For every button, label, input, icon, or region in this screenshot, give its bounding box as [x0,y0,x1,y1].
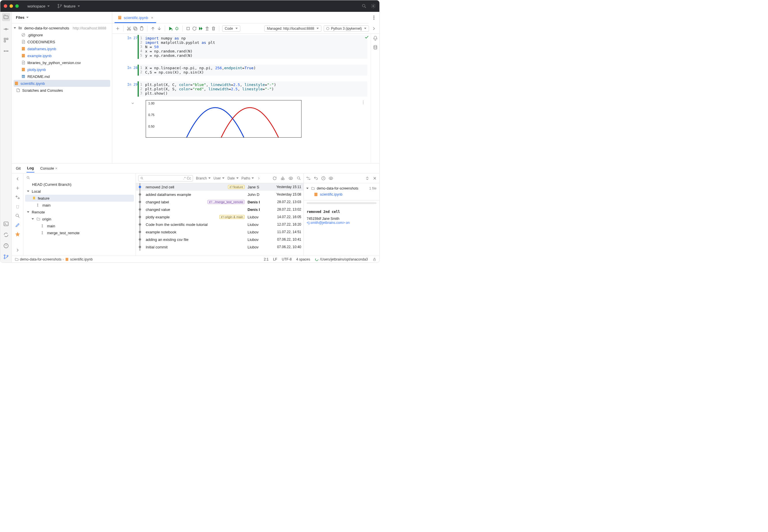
eye-icon[interactable] [329,176,333,181]
breadcrumb[interactable]: demo-data-for-screenshots › scientific.i… [15,257,93,261]
scratches-node[interactable]: Scratches and Consoles [12,87,112,94]
file-row[interactable]: MDREADME.md [12,73,112,80]
file-row[interactable]: CODEOWNERS [12,38,112,45]
code-cell[interactable]: In 271import numpy as np2import matplotl… [112,34,371,60]
delete-icon[interactable] [15,204,20,209]
commit-icon[interactable] [3,26,9,32]
scrollbar[interactable] [307,202,376,204]
paste-icon[interactable] [139,26,144,31]
debug-cell-icon[interactable] [174,26,179,31]
cherry-pick-icon[interactable] [280,176,285,181]
collapse-icon[interactable] [15,176,20,181]
expand-icon[interactable] [365,176,370,181]
commit-row[interactable]: plotly example🏷 origin & mainLiubov14.07… [136,213,304,221]
commit-row[interactable]: example notebookLiubov11.07.22, 14:51 [136,228,304,236]
search-icon[interactable] [361,3,367,9]
clear-outputs-icon[interactable] [205,26,210,31]
more-vertical-icon[interactable] [361,100,366,105]
branch-selector[interactable]: feature [55,2,82,10]
cursor-position[interactable]: 2:1 [264,257,269,261]
project-tree[interactable]: demo-data-for-screenshots http://localho… [12,23,112,163]
chevron-down-icon[interactable] [26,17,29,18]
edit-icon[interactable] [15,222,20,228]
revert-icon[interactable] [314,176,318,181]
close-icon[interactable]: × [151,16,153,20]
filter-paths[interactable]: Paths [241,176,254,180]
chevron-right-icon[interactable] [371,26,376,31]
line-separator[interactable]: LF [273,257,277,261]
diff-icon[interactable] [15,195,20,200]
cut-icon[interactable] [126,26,132,31]
file-row[interactable]: scientific.ipynb [14,80,110,87]
more-icon[interactable] [3,48,9,54]
swap-icon[interactable] [306,176,311,181]
commit-row[interactable]: Initial commitLiubov07.06.22, 10:40 [136,243,304,251]
move-down-icon[interactable] [157,26,162,31]
kernel-selector[interactable]: Python 3 (ipykernel) [324,25,369,32]
history-icon[interactable] [321,176,326,181]
more-vertical-icon[interactable] [371,15,376,20]
inspection-ok-icon[interactable] [364,35,369,40]
commit-row[interactable]: changed label🏷 ../merge_test_remoteDenis… [136,198,304,206]
commit-row[interactable]: removed 2nd cell🏷 featureJane SYesterday… [136,183,304,191]
tab-git[interactable]: Git [15,164,21,172]
editor-tab-active[interactable]: scientific.ipynb × [115,13,156,23]
file-row[interactable]: libraries_by_python_version.csv [12,59,112,66]
filter-date[interactable]: Date [227,176,238,180]
gear-icon[interactable] [371,3,376,9]
regex-label[interactable]: .* [183,176,186,180]
commit-row[interactable]: Code from the scientific mode tutorialLi… [136,221,304,228]
chevron-down-icon[interactable] [131,101,135,105]
commit-row[interactable]: changed valueDenis I28.07.22, 13:02 [136,206,304,213]
indent[interactable]: 4 spaces [296,257,310,261]
stop-icon[interactable] [186,26,191,31]
cell-type-selector[interactable]: Code [222,25,240,32]
remote-group[interactable]: Remote [23,209,136,216]
find-icon[interactable] [297,176,301,181]
workspace-selector[interactable]: workspace [25,3,52,10]
project-tool-button[interactable] [2,13,10,21]
problems-icon[interactable] [3,243,9,249]
origin-group[interactable]: origin [23,216,136,222]
commit-row[interactable]: added dataframes exampleJohn DYesterday … [136,191,304,198]
filter-user[interactable]: User [213,176,224,180]
file-row[interactable]: example.ipynb [12,52,112,59]
filter-branch[interactable]: Branch [196,176,211,180]
vcs-icon[interactable] [3,254,9,260]
tab-console[interactable]: Console× [40,164,58,172]
branch-row[interactable]: feature [25,195,134,202]
close-window-button[interactable] [4,4,7,8]
tab-log[interactable]: Log [27,164,35,173]
find-icon[interactable] [15,213,20,218]
interpreter[interactable]: /Users/jetbrains/opt/anaconda3 [315,257,368,261]
add-cell-icon[interactable] [115,26,120,31]
code-cell[interactable]: In 281X = np.linspace(-np.pi, np.pi, 256… [112,63,371,77]
add-icon[interactable] [15,186,20,191]
branch-row[interactable]: main [23,222,136,229]
restart-icon[interactable] [192,26,197,31]
file-row[interactable]: plotly.ipynb [12,66,112,73]
code-cell[interactable]: In 291plt.plot(X, C, color="blue", linew… [112,80,371,98]
chevron-down-icon[interactable] [14,27,16,29]
file-row[interactable]: dataframes.ipynb [12,45,112,52]
database-icon[interactable] [373,45,378,50]
move-up-icon[interactable] [150,26,156,31]
match-case-label[interactable]: Cc [187,176,191,180]
commit-search-input[interactable]: .* Cc [138,175,193,181]
run-cell-icon[interactable]: I [168,26,173,31]
minimize-window-button[interactable] [10,4,13,8]
server-selector[interactable]: Managed: http://localhost:8888 [264,25,321,32]
branches-panel[interactable]: HEAD (Current Branch) Local feature [23,173,136,256]
notebook-body[interactable]: In 271import numpy as np2import matplotl… [112,34,371,163]
file-row[interactable]: .gitignore [12,31,112,38]
eye-icon[interactable] [289,176,293,181]
branch-row[interactable]: merge_test_remote [23,229,136,236]
commits-list[interactable]: removed 2nd cell🏷 featureJane SYesterday… [136,183,304,256]
local-group[interactable]: Local [23,188,136,195]
run-all-icon[interactable] [198,26,203,31]
detail-root-row[interactable]: demo-data-for-screenshots 1 file [307,186,376,191]
lock-icon[interactable] [372,257,376,261]
maximize-window-button[interactable] [15,4,19,8]
structure-icon[interactable] [3,37,9,43]
head-branch-row[interactable]: HEAD (Current Branch) [23,181,136,188]
